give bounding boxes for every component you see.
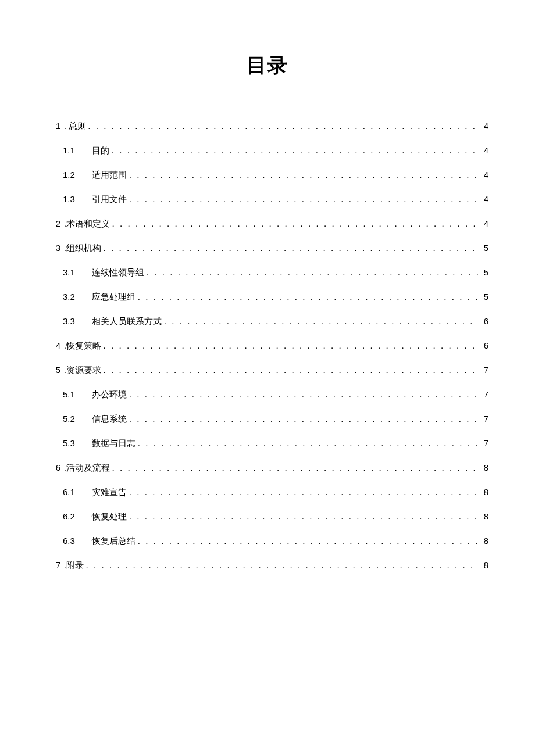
toc-entry-number: 5.2 — [63, 413, 80, 425]
toc-entry-page: 8 — [482, 486, 488, 498]
toc-entry: 1.2适用范围4 — [47, 169, 488, 181]
toc-entry: 1.3引用文件4 — [47, 193, 488, 206]
toc-leader-dots — [129, 511, 479, 523]
toc-leader-dots — [86, 560, 479, 572]
toc-entry-title: .资源要求 — [64, 364, 101, 377]
toc-entry: 6.1灾难宣告8 — [47, 486, 488, 499]
toc-entry-title: .组织机构 — [64, 242, 101, 255]
toc-entry-page: 6 — [482, 339, 488, 352]
toc-leader-dots — [129, 194, 479, 206]
toc-entry: 6.2恢复处理8 — [47, 510, 488, 523]
toc-entry-page: 8 — [482, 559, 488, 571]
toc-entry-number: 6.1 — [63, 486, 80, 498]
toc-entry-number: 1.2 — [63, 169, 80, 181]
toc-leader-dots — [138, 291, 479, 303]
toc-entry-number: 1.3 — [63, 193, 80, 205]
toc-entry-title: 应急处理组 — [92, 291, 135, 303]
toc-entry: 3.1连续性领导组5 — [47, 266, 488, 279]
toc-entry-title: 恢复后总结 — [92, 535, 135, 547]
toc-entry-number: 3 — [47, 242, 60, 254]
toc-entry: 7.附录8 — [47, 559, 488, 572]
toc-leader-dots — [104, 340, 479, 352]
toc-entry-page: 6 — [482, 315, 488, 327]
toc-entry-number: 5.1 — [63, 388, 80, 400]
toc-entry-title: .术语和定义 — [64, 218, 110, 230]
toc-entry-number: 4 — [47, 339, 60, 352]
toc-entry-number: 3.1 — [63, 266, 80, 278]
toc-entry: 3.3相关人员联系方式6 — [47, 315, 488, 328]
toc-leader-dots — [129, 413, 479, 425]
toc-entry-number: 7 — [47, 559, 60, 571]
toc-entry-title: 办公环境 — [92, 389, 127, 401]
toc-entry-page: 8 — [482, 510, 488, 522]
toc-entry-number: 6.3 — [63, 535, 80, 547]
toc-entry-number: 5.3 — [63, 437, 80, 449]
page-title: 目录 — [47, 52, 488, 79]
toc-entry: 5.2信息系统7 — [47, 413, 488, 425]
toc-entry-title: .活动及流程 — [64, 462, 110, 474]
toc-leader-dots — [112, 462, 479, 474]
toc-entry-title: 信息系统 — [92, 413, 127, 425]
toc-entry-title: . 总则 — [64, 120, 86, 132]
toc-entry-title: 适用范围 — [92, 169, 127, 181]
toc-entry: 3.2应急处理组5 — [47, 291, 488, 303]
toc-entry-number: 2 — [47, 217, 60, 230]
toc-entry-title: 连续性领导组 — [92, 267, 144, 279]
toc-entry-page: 7 — [482, 413, 488, 425]
toc-entry-page: 5 — [482, 266, 488, 278]
toc-entry: 4.恢复策略6 — [47, 339, 488, 352]
toc-entry-title: 引用文件 — [92, 194, 127, 206]
toc-leader-dots — [129, 486, 479, 499]
toc-entry-title: 恢复处理 — [92, 511, 127, 523]
toc-entry-number: 6 — [47, 461, 60, 474]
toc-entry-page: 5 — [482, 242, 488, 254]
toc-entry-page: 4 — [482, 217, 488, 230]
toc-leader-dots — [147, 267, 479, 279]
toc-entry-number: 3.3 — [63, 315, 80, 327]
toc-entry-page: 4 — [482, 120, 488, 132]
toc-entry-title: 灾难宣告 — [92, 486, 127, 499]
toc-entry: 2.术语和定义4 — [47, 217, 488, 230]
toc-entry-page: 7 — [482, 437, 488, 449]
toc-entry-number: 1 — [47, 120, 60, 132]
toc-entry: 5.资源要求7 — [47, 364, 488, 377]
toc-entry: 6.活动及流程8 — [47, 461, 488, 474]
toc-entry-page: 7 — [482, 388, 488, 400]
toc-leader-dots — [104, 364, 479, 377]
toc-entry-page: 8 — [482, 535, 488, 547]
toc-leader-dots — [112, 218, 479, 230]
toc-entry-number: 6.2 — [63, 510, 80, 522]
toc-entry-page: 4 — [482, 193, 488, 205]
toc-leader-dots — [104, 242, 479, 255]
toc-entry-number: 1.1 — [63, 144, 80, 156]
toc-entry-page: 4 — [482, 144, 488, 156]
toc-leader-dots — [112, 145, 479, 157]
toc-entry: 3.组织机构5 — [47, 242, 488, 255]
toc-entry-page: 4 — [482, 169, 488, 181]
toc-entry-number: 5 — [47, 364, 60, 376]
toc-entry-title: 目的 — [92, 145, 109, 157]
toc-leader-dots — [129, 169, 479, 181]
toc-entry-title: 数据与日志 — [92, 438, 135, 450]
toc-entry: 5.1办公环境7 — [47, 388, 488, 401]
toc-entry-title: 相关人员联系方式 — [92, 316, 162, 328]
toc-entry: 6.3恢复后总结8 — [47, 535, 488, 547]
toc-entry: 1.1目的4 — [47, 144, 488, 157]
table-of-contents: 1. 总则41.1目的41.2适用范围41.3引用文件42.术语和定义43.组织… — [47, 120, 488, 572]
toc-leader-dots — [138, 535, 479, 547]
toc-entry-title: .恢复策略 — [64, 340, 101, 352]
toc-entry-page: 5 — [482, 291, 488, 303]
toc-entry-page: 7 — [482, 364, 488, 376]
toc-leader-dots — [138, 438, 479, 450]
toc-leader-dots — [164, 316, 479, 328]
toc-entry-title: .附录 — [64, 560, 84, 572]
toc-entry-page: 8 — [482, 461, 488, 474]
toc-entry: 5.3数据与日志7 — [47, 437, 488, 450]
toc-leader-dots — [88, 120, 480, 132]
toc-entry: 1. 总则4 — [47, 120, 488, 132]
toc-leader-dots — [129, 389, 479, 401]
toc-entry-number: 3.2 — [63, 291, 80, 303]
